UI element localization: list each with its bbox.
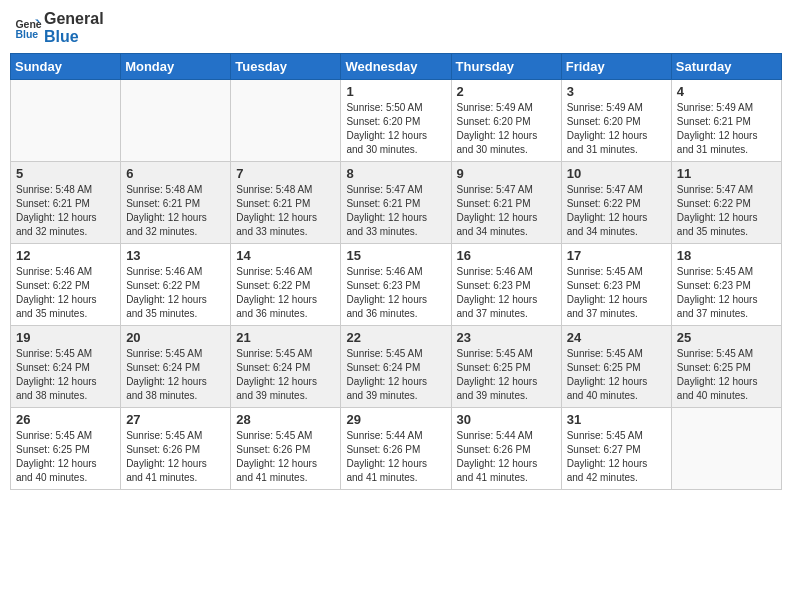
calendar-cell: 6Sunrise: 5:48 AM Sunset: 6:21 PM Daylig… (121, 162, 231, 244)
day-info: Sunrise: 5:45 AM Sunset: 6:25 PM Dayligh… (16, 429, 115, 485)
day-info: Sunrise: 5:45 AM Sunset: 6:26 PM Dayligh… (236, 429, 335, 485)
calendar-cell: 4Sunrise: 5:49 AM Sunset: 6:21 PM Daylig… (671, 80, 781, 162)
day-number: 10 (567, 166, 666, 181)
day-info: Sunrise: 5:46 AM Sunset: 6:23 PM Dayligh… (346, 265, 445, 321)
day-info: Sunrise: 5:50 AM Sunset: 6:20 PM Dayligh… (346, 101, 445, 157)
day-number: 28 (236, 412, 335, 427)
day-number: 14 (236, 248, 335, 263)
day-info: Sunrise: 5:47 AM Sunset: 6:21 PM Dayligh… (346, 183, 445, 239)
calendar-week-3: 12Sunrise: 5:46 AM Sunset: 6:22 PM Dayli… (11, 244, 782, 326)
calendar-header: SundayMondayTuesdayWednesdayThursdayFrid… (11, 54, 782, 80)
day-info: Sunrise: 5:45 AM Sunset: 6:27 PM Dayligh… (567, 429, 666, 485)
day-info: Sunrise: 5:45 AM Sunset: 6:25 PM Dayligh… (567, 347, 666, 403)
calendar-week-2: 5Sunrise: 5:48 AM Sunset: 6:21 PM Daylig… (11, 162, 782, 244)
calendar-cell: 23Sunrise: 5:45 AM Sunset: 6:25 PM Dayli… (451, 326, 561, 408)
day-info: Sunrise: 5:48 AM Sunset: 6:21 PM Dayligh… (236, 183, 335, 239)
calendar-cell (11, 80, 121, 162)
calendar-cell: 10Sunrise: 5:47 AM Sunset: 6:22 PM Dayli… (561, 162, 671, 244)
calendar-cell: 26Sunrise: 5:45 AM Sunset: 6:25 PM Dayli… (11, 408, 121, 490)
day-info: Sunrise: 5:46 AM Sunset: 6:23 PM Dayligh… (457, 265, 556, 321)
calendar-cell: 19Sunrise: 5:45 AM Sunset: 6:24 PM Dayli… (11, 326, 121, 408)
day-number: 2 (457, 84, 556, 99)
day-info: Sunrise: 5:45 AM Sunset: 6:24 PM Dayligh… (126, 347, 225, 403)
day-info: Sunrise: 5:45 AM Sunset: 6:24 PM Dayligh… (236, 347, 335, 403)
day-info: Sunrise: 5:45 AM Sunset: 6:24 PM Dayligh… (346, 347, 445, 403)
logo: General Blue General Blue (14, 10, 104, 45)
calendar-cell: 20Sunrise: 5:45 AM Sunset: 6:24 PM Dayli… (121, 326, 231, 408)
calendar-cell (121, 80, 231, 162)
calendar-cell: 13Sunrise: 5:46 AM Sunset: 6:22 PM Dayli… (121, 244, 231, 326)
day-number: 17 (567, 248, 666, 263)
day-number: 30 (457, 412, 556, 427)
calendar-cell: 27Sunrise: 5:45 AM Sunset: 6:26 PM Dayli… (121, 408, 231, 490)
calendar-body: 1Sunrise: 5:50 AM Sunset: 6:20 PM Daylig… (11, 80, 782, 490)
day-info: Sunrise: 5:45 AM Sunset: 6:26 PM Dayligh… (126, 429, 225, 485)
day-number: 18 (677, 248, 776, 263)
calendar-cell: 24Sunrise: 5:45 AM Sunset: 6:25 PM Dayli… (561, 326, 671, 408)
day-number: 3 (567, 84, 666, 99)
calendar-cell: 30Sunrise: 5:44 AM Sunset: 6:26 PM Dayli… (451, 408, 561, 490)
day-number: 9 (457, 166, 556, 181)
logo-icon: General Blue (14, 14, 42, 42)
page-header: General Blue General Blue (10, 10, 782, 45)
calendar-table: SundayMondayTuesdayWednesdayThursdayFrid… (10, 53, 782, 490)
calendar-cell (231, 80, 341, 162)
weekday-header-wednesday: Wednesday (341, 54, 451, 80)
day-info: Sunrise: 5:44 AM Sunset: 6:26 PM Dayligh… (457, 429, 556, 485)
calendar-cell: 25Sunrise: 5:45 AM Sunset: 6:25 PM Dayli… (671, 326, 781, 408)
day-number: 25 (677, 330, 776, 345)
day-number: 29 (346, 412, 445, 427)
day-info: Sunrise: 5:47 AM Sunset: 6:22 PM Dayligh… (677, 183, 776, 239)
day-number: 26 (16, 412, 115, 427)
weekday-header-sunday: Sunday (11, 54, 121, 80)
calendar-cell: 15Sunrise: 5:46 AM Sunset: 6:23 PM Dayli… (341, 244, 451, 326)
calendar-cell: 2Sunrise: 5:49 AM Sunset: 6:20 PM Daylig… (451, 80, 561, 162)
calendar-cell: 29Sunrise: 5:44 AM Sunset: 6:26 PM Dayli… (341, 408, 451, 490)
day-number: 1 (346, 84, 445, 99)
calendar-week-5: 26Sunrise: 5:45 AM Sunset: 6:25 PM Dayli… (11, 408, 782, 490)
day-number: 13 (126, 248, 225, 263)
day-info: Sunrise: 5:47 AM Sunset: 6:21 PM Dayligh… (457, 183, 556, 239)
day-number: 20 (126, 330, 225, 345)
weekday-header-friday: Friday (561, 54, 671, 80)
day-number: 8 (346, 166, 445, 181)
day-info: Sunrise: 5:49 AM Sunset: 6:21 PM Dayligh… (677, 101, 776, 157)
day-number: 31 (567, 412, 666, 427)
day-info: Sunrise: 5:49 AM Sunset: 6:20 PM Dayligh… (567, 101, 666, 157)
day-number: 27 (126, 412, 225, 427)
calendar-cell: 9Sunrise: 5:47 AM Sunset: 6:21 PM Daylig… (451, 162, 561, 244)
day-info: Sunrise: 5:45 AM Sunset: 6:24 PM Dayligh… (16, 347, 115, 403)
day-info: Sunrise: 5:46 AM Sunset: 6:22 PM Dayligh… (236, 265, 335, 321)
day-number: 5 (16, 166, 115, 181)
day-number: 19 (16, 330, 115, 345)
day-info: Sunrise: 5:45 AM Sunset: 6:23 PM Dayligh… (677, 265, 776, 321)
day-number: 7 (236, 166, 335, 181)
calendar-cell: 22Sunrise: 5:45 AM Sunset: 6:24 PM Dayli… (341, 326, 451, 408)
logo-line2: Blue (44, 28, 104, 46)
day-number: 15 (346, 248, 445, 263)
calendar-cell: 8Sunrise: 5:47 AM Sunset: 6:21 PM Daylig… (341, 162, 451, 244)
day-number: 16 (457, 248, 556, 263)
calendar-cell: 7Sunrise: 5:48 AM Sunset: 6:21 PM Daylig… (231, 162, 341, 244)
day-number: 24 (567, 330, 666, 345)
svg-text:Blue: Blue (15, 27, 38, 39)
calendar-cell: 11Sunrise: 5:47 AM Sunset: 6:22 PM Dayli… (671, 162, 781, 244)
day-number: 21 (236, 330, 335, 345)
day-info: Sunrise: 5:45 AM Sunset: 6:25 PM Dayligh… (677, 347, 776, 403)
day-info: Sunrise: 5:49 AM Sunset: 6:20 PM Dayligh… (457, 101, 556, 157)
day-info: Sunrise: 5:48 AM Sunset: 6:21 PM Dayligh… (126, 183, 225, 239)
calendar-cell: 5Sunrise: 5:48 AM Sunset: 6:21 PM Daylig… (11, 162, 121, 244)
day-number: 6 (126, 166, 225, 181)
day-info: Sunrise: 5:45 AM Sunset: 6:25 PM Dayligh… (457, 347, 556, 403)
day-info: Sunrise: 5:44 AM Sunset: 6:26 PM Dayligh… (346, 429, 445, 485)
calendar-week-1: 1Sunrise: 5:50 AM Sunset: 6:20 PM Daylig… (11, 80, 782, 162)
day-info: Sunrise: 5:45 AM Sunset: 6:23 PM Dayligh… (567, 265, 666, 321)
calendar-cell: 12Sunrise: 5:46 AM Sunset: 6:22 PM Dayli… (11, 244, 121, 326)
day-number: 22 (346, 330, 445, 345)
weekday-header-monday: Monday (121, 54, 231, 80)
day-number: 11 (677, 166, 776, 181)
weekday-header-saturday: Saturday (671, 54, 781, 80)
calendar-cell: 21Sunrise: 5:45 AM Sunset: 6:24 PM Dayli… (231, 326, 341, 408)
day-number: 4 (677, 84, 776, 99)
calendar-cell: 31Sunrise: 5:45 AM Sunset: 6:27 PM Dayli… (561, 408, 671, 490)
